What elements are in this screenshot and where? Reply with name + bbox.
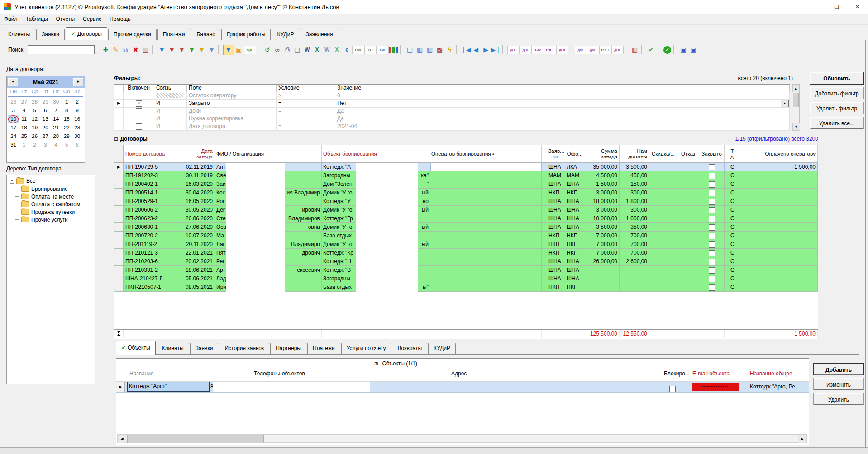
zayav-cell[interactable]: НКП	[547, 283, 565, 292]
otkaz-cell[interactable]	[677, 163, 699, 171]
contract-number-cell[interactable]: ПП-200514-1	[124, 189, 183, 197]
prev-record-icon[interactable]: ◀	[471, 45, 481, 55]
object-common-name-cell[interactable]: Коттедж "Арго, Ре	[750, 382, 809, 392]
checkin-date-cell[interactable]: 02.11.2019	[183, 163, 215, 171]
edit-in-form-icon[interactable]: ▦	[141, 45, 151, 55]
otkaz-cell[interactable]	[677, 240, 699, 249]
zayav-cell[interactable]: НКП	[547, 232, 565, 240]
filter-field-cell[interactable]: Доки	[187, 108, 277, 115]
scroll-left-arrow[interactable]: ◀	[118, 435, 126, 443]
search-input[interactable]	[28, 45, 95, 54]
scroll-thumb[interactable]	[793, 93, 799, 107]
calendar-day[interactable]: 10	[8, 115, 19, 123]
col-header-zakryto[interactable]: Закрыто	[699, 145, 725, 162]
template-dok2-icon[interactable]: ДОК	[611, 46, 624, 54]
oplacheno-cell[interactable]	[736, 266, 818, 274]
ofo-cell[interactable]: НКП	[565, 249, 584, 257]
skidka-cell[interactable]	[649, 180, 677, 189]
zakryto-checkbox[interactable]	[709, 224, 715, 231]
dolg-cell[interactable]	[620, 283, 649, 292]
scroll-right-arrow[interactable]: ▶	[798, 435, 806, 443]
close-button[interactable]: ✕	[847, 0, 868, 14]
template-dog3-icon[interactable]: ДОГ	[575, 46, 587, 54]
ofo-cell[interactable]: НКП	[565, 232, 584, 240]
zayav-cell[interactable]: ШНА	[547, 206, 565, 214]
word-icon[interactable]: W	[302, 45, 312, 55]
export-xml-icon[interactable]: XML	[377, 46, 389, 54]
calendar-prev-button[interactable]: ◄	[8, 78, 18, 86]
contract-row[interactable]: ШНА-210427-5 05.06.2021 Лад Загородны ШН…	[114, 274, 818, 283]
zayav-cell[interactable]: ШНА	[547, 274, 565, 283]
dolg-cell[interactable]: 700,00	[620, 240, 649, 249]
zayav-cell[interactable]: НКП	[547, 189, 565, 197]
ofo-cell[interactable]: НКП	[565, 283, 584, 292]
calendar-day[interactable]: 4	[19, 106, 30, 115]
col-header-oper[interactable]: Оператор бронирования▲	[430, 145, 542, 162]
object-action-button[interactable]: Удалить	[814, 393, 863, 405]
menu-item[interactable]: Помощь	[105, 14, 134, 24]
calendar-day[interactable]: 25	[19, 132, 30, 141]
zakryto-checkbox[interactable]	[709, 241, 715, 248]
filter-value-cell[interactable]: 2021-04▼	[335, 123, 790, 130]
main-tab[interactable]: ✔Заявления	[300, 29, 338, 40]
minimize-button[interactable]: –	[806, 0, 826, 14]
calendar-day[interactable]: 21	[51, 123, 62, 132]
zakryto-cell[interactable]	[699, 206, 725, 214]
zakryto-checkbox[interactable]	[709, 250, 715, 256]
scroll-up-arrow[interactable]: ▲	[792, 85, 799, 92]
zakryto-cell[interactable]	[699, 171, 725, 180]
zakryto-cell[interactable]	[699, 232, 725, 240]
detail-tab[interactable]: ✔КУДиР	[428, 343, 456, 354]
zayav-cell[interactable]: НКП	[547, 240, 565, 249]
main-tab[interactable]: ✔График работы	[221, 29, 271, 40]
filter-cond-cell[interactable]: >	[277, 92, 335, 99]
calendar-day[interactable]: 13	[40, 115, 51, 123]
checkin-date-cell[interactable]: 08.05.2021	[183, 283, 215, 292]
td-cell[interactable]: О	[729, 257, 736, 266]
contract-number-cell[interactable]: ПП-200623-2	[124, 214, 183, 223]
list-edit-icon[interactable]: ▥	[415, 45, 425, 55]
calendar-day[interactable]: 5	[29, 106, 40, 115]
calendar-day[interactable]: 1	[62, 98, 72, 106]
object-name-cell[interactable]: Коттедж "Арго"	[127, 382, 210, 392]
dolg-cell[interactable]: 3 500,00	[620, 163, 649, 171]
otkaz-cell[interactable]	[677, 266, 699, 274]
skidka-cell[interactable]	[649, 266, 677, 274]
operator-cell[interactable]	[430, 206, 542, 214]
contract-number-cell[interactable]: ПП-210331-2	[124, 266, 183, 274]
col-header-blocked[interactable]: Блокиро...	[664, 370, 690, 377]
filter-link-cell[interactable]: И	[154, 123, 187, 130]
contract-number-cell[interactable]: ПП-200720-2	[124, 232, 183, 240]
summa-cell[interactable]: 26 000,00	[584, 257, 620, 266]
checkin-date-cell[interactable]: 30.05.2020	[183, 206, 215, 214]
template-dok-icon[interactable]: ДОК	[556, 46, 568, 54]
oplacheno-cell[interactable]	[736, 223, 818, 232]
otkaz-cell[interactable]	[677, 197, 699, 206]
detail-tab[interactable]: ✔Объекты	[116, 341, 156, 355]
filter-action-button[interactable]: Удалить фильтр	[810, 102, 863, 114]
calendar-day[interactable]: 6	[72, 141, 83, 149]
col-header-obj[interactable]: Объект бронирования	[322, 145, 430, 162]
contract-row[interactable]: ПП-210331-2 18.06.2021 Артексеевич Котте…	[114, 266, 818, 274]
calendar-day[interactable]: 12	[29, 115, 40, 123]
filter-favorite-icon[interactable]: ▼	[177, 45, 187, 55]
td-cell[interactable]: О	[729, 240, 736, 249]
main-tab[interactable]: ✔Прочие сделки	[108, 29, 157, 40]
tree-expander-icon[interactable]: −	[10, 179, 14, 184]
object-action-button[interactable]: Добавить	[814, 364, 863, 375]
skidka-cell[interactable]	[649, 206, 677, 214]
filter-active-icon[interactable]: ▼	[223, 45, 234, 55]
contract-row[interactable]: ПП-200402-1 16.03.2020 Заи Дом "Зелен" Ш…	[114, 180, 818, 189]
filter-enabled-checkbox[interactable]	[136, 93, 142, 99]
filter-value-cell[interactable]: Да▼	[335, 108, 790, 115]
filter-remove-icon[interactable]: ▼	[167, 45, 177, 55]
filter-field-cell[interactable]: Нужна корректировка	[187, 115, 277, 123]
otkaz-cell[interactable]	[677, 257, 699, 266]
image-doc-icon[interactable]: ▣	[678, 45, 688, 55]
filter-row[interactable]: И Дата договора = 2021-04▼	[114, 123, 790, 131]
calendar-day[interactable]: 18	[19, 123, 30, 132]
separator[interactable]	[456, 45, 460, 54]
skidka-cell[interactable]	[649, 189, 677, 197]
tree-item[interactable]: Оплата с кэшбэком	[21, 200, 95, 208]
filter-row[interactable]: Остаток оператору > 0▼	[114, 92, 790, 100]
